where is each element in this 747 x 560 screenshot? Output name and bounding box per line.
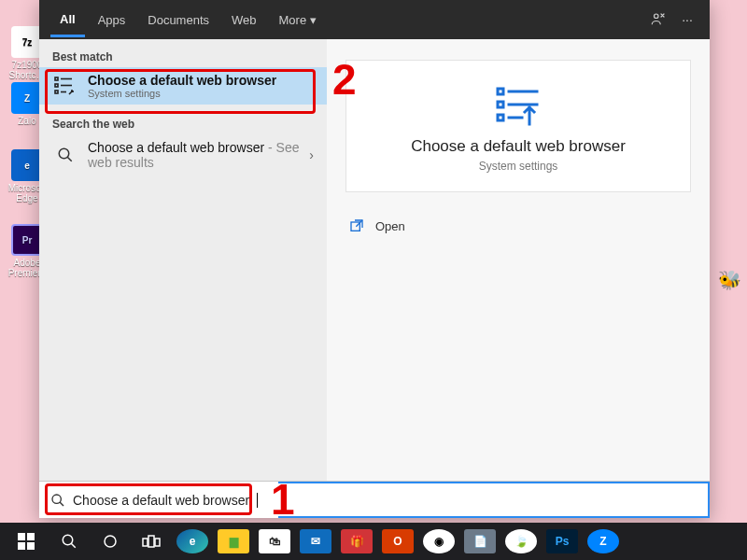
svg-rect-21 [27,542,35,550]
svg-rect-25 [143,539,148,546]
text-cursor [257,493,258,508]
svg-line-23 [71,543,76,548]
taskbar-app-gift[interactable]: 🎁 [338,523,375,560]
search-tabs: All Apps Documents Web More ▾ ··· [39,0,710,39]
search-bar: Choose a default web browser [39,481,710,518]
search-input[interactable]: Choose a default web browser [39,493,278,508]
premiere-icon: Pr [11,224,43,256]
open-action[interactable]: Open [345,213,691,239]
result-subtitle: System settings [88,88,314,99]
taskbar-app-notes[interactable]: 📄 [461,523,499,560]
taskbar-app-photoshop[interactable]: Ps [543,523,581,560]
open-icon [349,218,366,233]
taskbar-cortana-button[interactable] [92,523,129,560]
zalo-icon: Z [11,82,43,114]
svg-rect-26 [148,536,154,547]
open-label: Open [375,219,405,233]
edge-icon: e [11,149,43,181]
tab-apps[interactable]: Apps [89,4,135,35]
taskbar-app-store[interactable]: 🛍 [256,523,293,560]
svg-rect-9 [498,89,503,94]
results-list: Best match Choose a default web browser … [39,39,327,481]
taskbar: e ▆ 🛍 ✉ 🎁 O ◉ 📄 🍃 Ps Z [0,523,747,560]
svg-rect-11 [498,102,503,107]
tab-documents[interactable]: Documents [138,4,218,35]
result-title: Choose a default web browser [88,140,264,155]
svg-rect-27 [155,539,160,546]
taskbar-app-coccoc[interactable]: 🍃 [502,523,540,560]
detail-title: Choose a default web browser [365,137,671,156]
detail-pane: Choose a default web browser System sett… [327,39,710,481]
feedback-icon[interactable] [650,11,672,28]
section-search-web: Search the web [39,114,327,134]
taskbar-app-edge[interactable]: e [174,523,211,560]
svg-rect-19 [27,533,35,540]
svg-rect-5 [55,91,58,93]
annotation-number-2: 2 [332,54,357,105]
search-input-value: Choose a default web browser [73,493,249,508]
svg-line-17 [60,502,63,506]
result-title: Choose a default web browser [88,73,314,88]
svg-point-7 [59,148,69,159]
archive-icon: 7z [11,26,43,58]
svg-rect-13 [498,115,503,120]
tab-more[interactable]: More ▾ [270,4,326,35]
decoration-bee: 🐝 [718,269,741,291]
result-best-match[interactable]: Choose a default web browser System sett… [39,67,327,105]
svg-point-24 [105,536,116,547]
chevron-down-icon: ▾ [310,13,317,27]
svg-point-0 [655,14,659,19]
taskbar-app-office[interactable]: O [379,523,416,560]
svg-point-16 [52,495,61,503]
tab-all[interactable]: All [50,3,85,37]
svg-line-8 [67,157,72,161]
svg-rect-1 [55,77,58,80]
detail-subtitle: System settings [365,160,671,173]
result-web-search[interactable]: Choose a default web browser - See web r… [39,134,327,175]
search-icon [52,142,78,168]
taskbar-app-mail[interactable]: ✉ [297,523,334,560]
taskbar-app-chrome[interactable]: ◉ [420,523,458,560]
search-input-extended[interactable] [278,482,710,518]
annotation-number-1: 1 [271,474,295,525]
more-options-icon[interactable]: ··· [676,12,698,27]
section-best-match: Best match [39,47,327,67]
svg-rect-20 [18,542,25,550]
detail-card: Choose a default web browser System sett… [345,60,691,192]
taskbar-app-zalo[interactable]: Z [585,523,622,560]
tab-web[interactable]: Web [222,4,266,35]
start-search-flyout: All Apps Documents Web More ▾ ··· Best m… [39,0,710,518]
settings-list-icon [52,73,78,99]
svg-rect-18 [18,533,25,540]
start-button[interactable] [6,523,47,560]
taskbar-app-explorer[interactable]: ▆ [215,523,252,560]
svg-point-22 [63,535,73,545]
settings-list-icon [365,85,671,128]
svg-rect-3 [55,84,58,87]
taskbar-taskview-button[interactable] [133,523,170,560]
taskbar-search-button[interactable] [50,523,88,560]
chevron-right-icon: › [309,147,314,162]
search-icon [50,493,65,508]
